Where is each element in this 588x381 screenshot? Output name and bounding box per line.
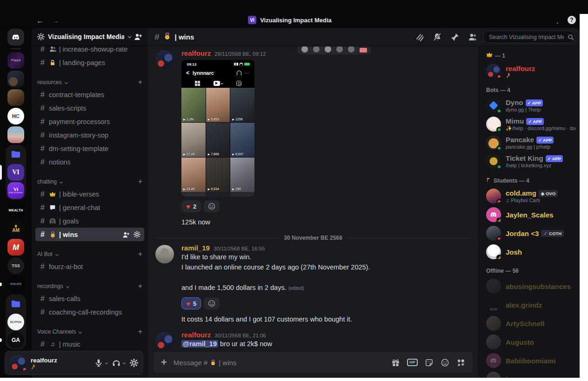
member-alex-grindz[interactable]: M2M alex.grindz xyxy=(486,296,576,314)
headphones-icon[interactable] xyxy=(112,359,120,367)
attach-file-icon[interactable]: + xyxy=(161,356,167,368)
channel-settings-icon[interactable] xyxy=(134,231,140,238)
reply-icon[interactable] xyxy=(336,46,343,53)
server-icon-tss[interactable]: TSS xyxy=(7,257,24,274)
member-josh[interactable]: Josh xyxy=(486,243,576,261)
avatar[interactable] xyxy=(155,332,174,349)
server-icon-ga[interactable]: GA xyxy=(7,332,24,348)
member-list-toggle-icon[interactable] xyxy=(468,33,477,42)
member-jordan[interactable]: Jordan <3COTH xyxy=(486,224,576,243)
server-header[interactable]: Vizualising Impact Media xyxy=(32,28,148,46)
member-ticket-king[interactable]: Ticket King✓APP /help | ticketking.xyz xyxy=(486,152,576,171)
invite-people-icon[interactable] xyxy=(134,33,142,40)
section-resources[interactable]: resources + xyxy=(35,77,144,88)
channel-bible-verses[interactable]: # | bible-verses xyxy=(35,187,144,201)
quick-reaction-icon[interactable] xyxy=(301,46,308,53)
create-channel-icon[interactable]: + xyxy=(138,177,142,186)
server-folder-icon[interactable] xyxy=(7,146,24,163)
message[interactable]: 125k now xyxy=(148,217,478,227)
channel-sales-calls[interactable]: #sales-calls xyxy=(35,292,144,305)
channel-instagram-story-sop[interactable]: #instagram-story-sop xyxy=(35,128,144,142)
quick-reaction-icon[interactable] xyxy=(313,46,320,53)
quick-reaction-heart-icon[interactable] xyxy=(360,48,367,53)
channel-goals[interactable]: # | goals xyxy=(35,214,144,228)
channel-landing-pages[interactable]: # | landing-pages xyxy=(35,56,144,69)
forward-icon[interactable] xyxy=(348,46,354,53)
message-author[interactable]: realfourz xyxy=(181,331,211,339)
channel-fourz-ai-bot[interactable]: #fourz-ai-bot xyxy=(35,260,144,273)
emoji-picker-icon[interactable] xyxy=(441,358,449,367)
channel-music[interactable]: # ♫ | music xyxy=(35,337,144,351)
chevron-down-icon[interactable] xyxy=(123,361,126,364)
avatar[interactable] xyxy=(10,355,27,371)
server-icon-hc[interactable]: HC xyxy=(7,108,24,125)
channel-wins-selected[interactable]: # | wins xyxy=(35,228,144,241)
channel-general-chat[interactable]: # | general-chat xyxy=(35,201,144,214)
member-mimu[interactable]: Mimu✓APP ✨/help · discord.gg/mimu · docs… xyxy=(486,115,576,133)
channel-notions[interactable]: #notions xyxy=(35,155,144,169)
member-list[interactable]: — 1 realfourz Bots — 4 Dyno✓APP xyxy=(478,46,580,378)
member-babiiboomiami[interactable]: Babiiboomiami xyxy=(486,351,576,370)
chevron-down-icon[interactable] xyxy=(105,361,108,364)
server-icon-fourz[interactable]: Fourz xyxy=(7,52,24,69)
channel-increase-showup-rate[interactable]: # | increase-showup-rate xyxy=(35,46,144,56)
sticker-picker-icon[interactable] xyxy=(425,358,434,367)
threads-icon[interactable] xyxy=(415,33,424,42)
create-channel-icon[interactable]: + xyxy=(138,282,142,290)
add-reaction-button[interactable] xyxy=(204,200,220,212)
member-artyschnell[interactable]: ArtySchnell xyxy=(486,314,576,333)
server-icon-photo-1[interactable] xyxy=(7,71,24,87)
message-author[interactable]: realfourz xyxy=(181,49,211,57)
help-icon[interactable]: ? xyxy=(568,16,576,24)
add-reaction-button[interactable] xyxy=(204,297,220,309)
member-pancake[interactable]: Pancake✓APP pancake.gg | p!help xyxy=(486,133,576,152)
channel-payment-processors[interactable]: #payment-processors xyxy=(35,115,144,128)
search-box[interactable] xyxy=(483,31,575,43)
reaction-heart[interactable]: ♥2 xyxy=(181,200,201,212)
user-settings-gear-icon[interactable] xyxy=(130,359,138,367)
avatar[interactable] xyxy=(155,245,174,263)
section-ai-bot[interactable]: AI Bot + xyxy=(35,249,144,260)
section-chatting[interactable]: chatting + xyxy=(35,176,144,187)
message[interactable]: realfourz 30/11/2568 BE, 21:06 @ramil_19… xyxy=(148,331,478,349)
server-icon-viral-academy[interactable]: ViVIRAL ACADEMY xyxy=(7,182,24,199)
search-input[interactable] xyxy=(488,33,565,41)
message-author[interactable]: ramil_19 xyxy=(181,244,210,252)
channel-sales-scripts[interactable]: #sales-scripts xyxy=(35,101,144,115)
section-voice-channels[interactable]: Voice Channels + xyxy=(35,326,144,337)
member-jaylen-scales[interactable]: Jaylen_Scales xyxy=(486,205,576,224)
reaction-heart-selected[interactable]: ♥5 xyxy=(181,297,201,309)
member-dyno[interactable]: Dyno✓APP dyno.gg | ?help xyxy=(486,96,576,115)
image-attachment-tiktok-profile[interactable]: 09:12 < lynnnarc ··· xyxy=(181,60,254,197)
gif-picker-icon[interactable]: GIF xyxy=(407,359,418,366)
channel-contract-templates[interactable]: #contract-templates xyxy=(35,88,144,101)
server-icon-photo-3[interactable] xyxy=(7,126,24,143)
create-channel-icon[interactable]: + xyxy=(138,328,142,336)
server-icon-glitch[interactable]: GLITCH xyxy=(7,314,24,330)
message[interactable]: ramil_19 30/11/2568 BE, 16:55 I'd like t… xyxy=(148,244,478,309)
create-channel-icon[interactable]: + xyxy=(138,250,142,258)
message[interactable]: It costs 14 dollars and I got 107 custom… xyxy=(148,314,478,324)
server-folder-icon[interactable] xyxy=(7,296,24,312)
message[interactable]: realfourz 28/11/2568 BE, 09:12 09:12 xyxy=(148,49,478,212)
add-reaction-icon[interactable] xyxy=(325,46,331,53)
message-input-placeholder[interactable]: Message # | wins xyxy=(174,359,385,367)
invite-to-channel-icon[interactable] xyxy=(122,231,130,238)
discord-home-button[interactable] xyxy=(7,29,24,46)
microphone-icon[interactable] xyxy=(94,359,103,367)
message-input-bar[interactable]: + Message # | wins GIF xyxy=(154,352,473,373)
message-scroller[interactable]: realfourz 28/11/2568 BE, 09:12 09:12 xyxy=(148,46,478,349)
member-cold-amg[interactable]: cold.amg◆OVO ♫Playboi Carti xyxy=(486,187,576,205)
server-icon-affiliate[interactable]: AFFILIATE xyxy=(7,276,24,293)
member-bryan[interactable]: bryan xyxy=(486,370,576,378)
member-abusingsubstances[interactable]: abusingsubstances xyxy=(486,277,576,296)
message-actions-toolbar[interactable] xyxy=(297,46,371,55)
user-panel[interactable]: realfourz xyxy=(5,351,143,375)
inbox-icon[interactable] xyxy=(550,16,558,24)
channel-coaching-call-recordings[interactable]: #coaching-call-recordings xyxy=(35,305,144,319)
section-recordings[interactable]: recordings + xyxy=(35,281,144,292)
create-channel-icon[interactable]: + xyxy=(138,78,142,86)
server-icon-m[interactable]: M xyxy=(7,239,24,256)
user-mention[interactable]: @ramil_19 xyxy=(181,340,218,348)
member-realfourz[interactable]: realfourz xyxy=(486,62,576,80)
